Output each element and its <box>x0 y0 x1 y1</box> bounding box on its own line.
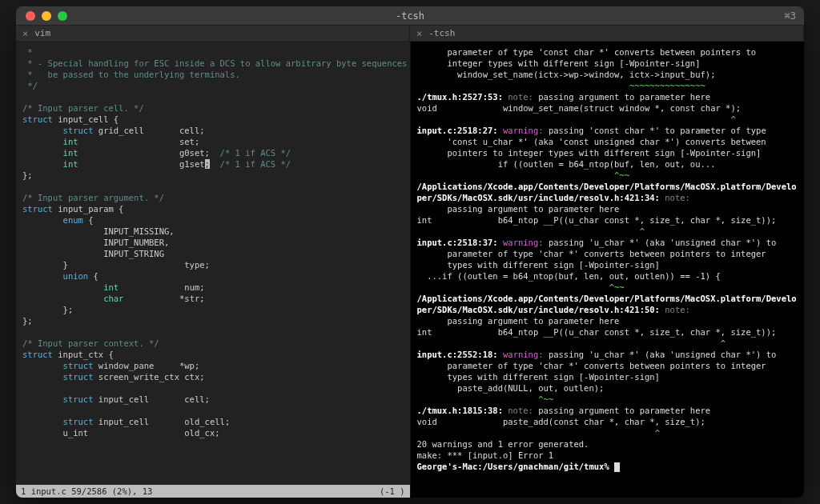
window-title: -tcsh <box>16 10 804 22</box>
editor-content[interactable]: * * - Special handling for ESC inside a … <box>16 42 410 438</box>
close-tab-icon[interactable]: × <box>16 28 34 39</box>
terminal-output[interactable]: parameter of type 'const char *' convert… <box>411 42 805 472</box>
status-file-pos: 1 input.c 59/2586 (2%), 13 <box>21 486 152 496</box>
split-panes: * * - Special handling for ESC inside a … <box>16 42 804 498</box>
tab-tcsh[interactable]: × -tcsh <box>410 26 804 41</box>
keyboard-shortcut-badge: ⌘3 <box>785 10 796 22</box>
traffic-lights <box>16 11 67 21</box>
tab-bar: × vim × -tcsh <box>16 26 804 42</box>
terminal-window: -tcsh ⌘3 × vim × -tcsh * * - Special han… <box>16 6 804 498</box>
tab-vim[interactable]: × vim <box>16 26 410 41</box>
tab-label: vim <box>34 28 50 38</box>
titlebar[interactable]: -tcsh ⌘3 <box>16 6 804 26</box>
terminal-pane[interactable]: parameter of type 'const char *' convert… <box>410 42 805 498</box>
tab-label: -tcsh <box>428 28 455 38</box>
vim-status-bar: 1 input.c 59/2586 (2%), 13 (-1 ) <box>16 485 410 498</box>
editor-pane[interactable]: * * - Special handling for ESC inside a … <box>16 42 410 498</box>
close-icon[interactable] <box>26 11 35 21</box>
status-right: (-1 ) <box>380 486 405 496</box>
close-tab-icon[interactable]: × <box>410 28 428 39</box>
minimize-icon[interactable] <box>42 11 51 21</box>
maximize-icon[interactable] <box>58 11 67 21</box>
